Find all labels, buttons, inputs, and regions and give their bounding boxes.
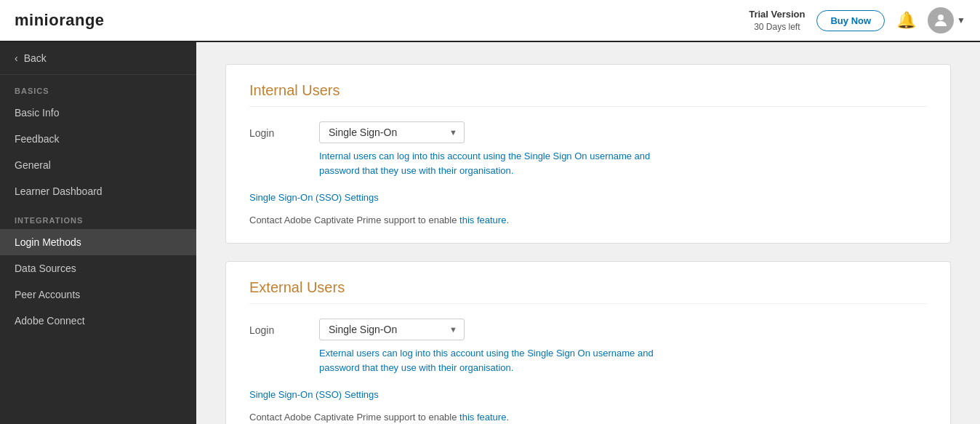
sidebar: ‹ Back BASICS Basic Info Feedback Genera…	[0, 42, 196, 424]
internal-login-control: Single Sign-On Username/Password Social …	[319, 121, 927, 177]
bell-icon[interactable]: 🔔	[896, 11, 916, 30]
page-layout: ‹ Back BASICS Basic Info Feedback Genera…	[0, 42, 980, 424]
main-content: Internal Users Login Single Sign-On User…	[196, 42, 980, 424]
external-info-text: External users can log into this account…	[319, 346, 683, 375]
sidebar-item-adobe-connect[interactable]: Adobe Connect	[0, 308, 196, 334]
sidebar-section-basics: BASICS Basic Info Feedback General Learn…	[0, 75, 196, 204]
external-login-row: Login Single Sign-On Username/Password S…	[249, 319, 927, 375]
back-label: Back	[24, 52, 47, 64]
sidebar-item-learner-dashboard[interactable]: Learner Dashboard	[0, 178, 196, 204]
back-arrow-icon: ‹	[15, 52, 18, 64]
sidebar-item-feedback[interactable]: Feedback	[0, 126, 196, 152]
external-login-select-wrapper: Single Sign-On Username/Password Social …	[319, 319, 465, 340]
internal-users-card: Internal Users Login Single Sign-On User…	[225, 64, 951, 244]
sidebar-item-data-sources[interactable]: Data Sources	[0, 255, 196, 281]
sidebar-section-integrations: INTEGRATIONS Login Methods Data Sources …	[0, 204, 196, 334]
header-right: Trial Version 30 Days left Buy Now 🔔 ▼	[749, 7, 965, 33]
internal-login-label: Login	[249, 121, 308, 139]
sidebar-item-login-methods[interactable]: Login Methods	[0, 229, 196, 255]
chevron-down-icon: ▼	[957, 15, 965, 25]
sidebar-item-basic-info[interactable]: Basic Info	[0, 100, 196, 126]
internal-contact-text: Contact Adobe Captivate Prime support to…	[249, 215, 927, 225]
avatar-area[interactable]: ▼	[928, 7, 965, 33]
external-sso-link[interactable]: Single Sign-On (SSO) Settings	[249, 389, 379, 400]
internal-info-text: Internal users can log into this account…	[319, 149, 683, 177]
external-users-title: External Users	[249, 279, 927, 304]
buy-now-button[interactable]: Buy Now	[816, 10, 885, 31]
external-contact-link[interactable]: this feature	[459, 412, 506, 423]
trial-days: 30 Days left	[749, 21, 805, 33]
trial-info: Trial Version 30 Days left	[749, 8, 805, 33]
external-login-label: Login	[249, 319, 308, 336]
external-contact-text: Contact Adobe Captivate Prime support to…	[249, 412, 927, 423]
internal-login-select[interactable]: Single Sign-On Username/Password Social …	[319, 121, 465, 143]
external-users-card: External Users Login Single Sign-On User…	[225, 261, 951, 424]
external-login-select[interactable]: Single Sign-On Username/Password Social …	[319, 319, 465, 340]
sidebar-item-peer-accounts[interactable]: Peer Accounts	[0, 281, 196, 308]
sidebar-back-button[interactable]: ‹ Back	[0, 42, 196, 75]
external-login-control: Single Sign-On Username/Password Social …	[319, 319, 927, 375]
internal-users-title: Internal Users	[249, 82, 927, 107]
sidebar-item-general[interactable]: General	[0, 152, 196, 178]
top-header: miniorange Trial Version 30 Days left Bu…	[0, 0, 980, 42]
internal-sso-link[interactable]: Single Sign-On (SSO) Settings	[249, 192, 379, 203]
trial-label: Trial Version	[749, 8, 805, 21]
avatar	[928, 7, 954, 33]
svg-point-0	[938, 15, 944, 20]
internal-login-select-wrapper: Single Sign-On Username/Password Social …	[319, 121, 465, 143]
internal-login-row: Login Single Sign-On Username/Password S…	[249, 121, 927, 177]
logo: miniorange	[15, 11, 105, 30]
integrations-section-label: INTEGRATIONS	[0, 204, 196, 229]
basics-section-label: BASICS	[0, 75, 196, 100]
internal-contact-link[interactable]: this feature	[459, 215, 506, 225]
